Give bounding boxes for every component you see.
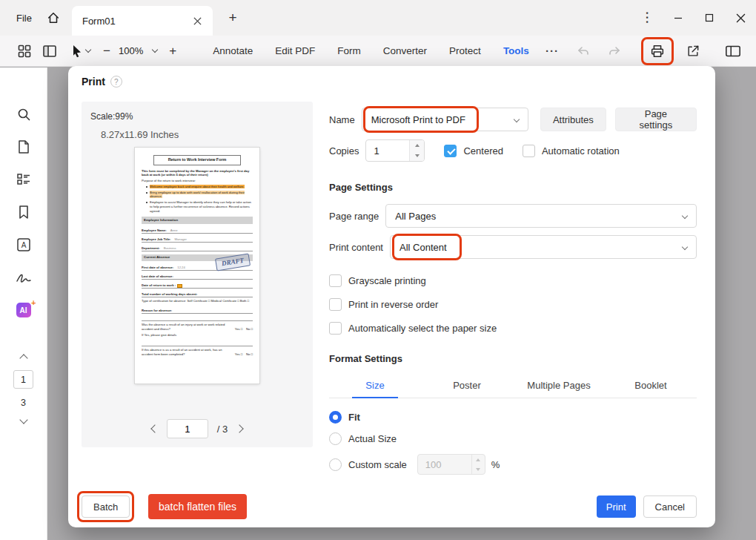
zoom-in-button[interactable]: + [164,44,182,59]
more-options-button[interactable]: ··· [631,5,663,30]
new-tab-button[interactable]: + [223,10,242,26]
tab-poster[interactable]: Poster [421,373,513,398]
reading-mode-button[interactable] [722,40,744,62]
tab-multiple-pages[interactable]: Multiple Pages [513,373,605,398]
doc-section-employee-info: Employee Information [142,217,253,223]
custom-scale-row: Custom scale % [329,454,697,475]
actual-size-label: Actual Size [348,433,397,444]
actual-size-radio[interactable] [329,432,342,445]
print-content-select[interactable]: All Content [390,235,697,259]
document-tab[interactable]: Form01 [72,6,213,36]
next-page-icon[interactable] [236,424,244,432]
zoom-out-button[interactable]: − [98,44,116,59]
page-up-icon[interactable] [19,354,27,362]
auto-paper-label: Automatically select the paper size [348,323,497,334]
spin-up-icon[interactable] [410,140,424,151]
minimize-button[interactable] [663,5,694,30]
printer-name-label: Name [329,114,355,125]
current-page-indicator[interactable]: 1 [13,370,33,389]
attributes-button[interactable]: Attributes [540,108,606,131]
tab-size[interactable]: Size [329,373,421,398]
print-content-value: All Content [399,242,447,253]
doc-question-3-options: Yes □ No □ [235,352,253,357]
close-tab-icon[interactable] [190,13,205,28]
centered-checkbox[interactable] [444,145,457,157]
sidebar-item-thumbnails[interactable] [11,167,36,192]
zoom-level[interactable]: 100% [119,45,143,56]
reverse-order-label: Print in reverse order [348,299,438,310]
preview-page-input[interactable] [167,419,208,438]
auto-paper-checkbox[interactable] [329,322,342,335]
spin-down-icon[interactable] [410,151,424,161]
toolbar-right-group: ··· [540,40,756,62]
doc-blank-line [142,315,253,321]
menu-edit-pdf[interactable]: Edit PDF [275,45,315,56]
ai-icon: AI+ [16,303,31,317]
sidebar-item-search[interactable] [11,102,36,127]
help-icon[interactable]: ? [110,76,122,88]
previous-page-icon[interactable] [150,424,159,432]
file-menu[interactable]: File [0,13,42,24]
undo-button[interactable] [572,40,594,62]
menu-protect[interactable]: Protect [449,45,481,56]
toggle-panel-button[interactable] [39,40,61,62]
maximize-button[interactable] [694,5,725,30]
sidebar-item-bookmarks[interactable] [11,200,36,225]
select-tool-button[interactable] [64,40,96,62]
bookmark-icon [18,205,30,220]
menu-form[interactable]: Form [337,45,361,56]
page-down-icon[interactable] [19,415,27,424]
doc-field-label: Employee Job Title: [142,237,170,242]
batch-flatten-wrap: batch flatten files [148,494,247,519]
close-window-button[interactable] [725,5,756,30]
batch-flatten-files-button[interactable]: batch flatten files [148,494,247,519]
zoom-dropdown-button[interactable] [147,40,162,62]
page-range-select[interactable]: All Pages [385,204,697,228]
doc-field-label: Total number of working days absent: [142,292,197,297]
printer-name-select[interactable]: Microsoft Print to PDF [362,108,528,131]
copies-input[interactable] [366,140,409,161]
custom-scale-input[interactable] [418,455,471,474]
view-modes-button[interactable] [13,40,36,62]
redo-button[interactable] [603,40,626,62]
sidebar-item-pages[interactable] [11,134,36,159]
page-settings-heading: Page Settings [329,182,697,193]
dialog-title: Print [82,76,105,88]
batch-button[interactable]: Batch [82,495,130,518]
menu-tools[interactable]: Tools [503,45,529,56]
tab-booklet[interactable]: Booklet [605,373,697,398]
doc-question-2: If Yes, please give details [142,333,253,340]
format-settings-heading: Format Settings [329,353,697,364]
main-area: A AI+ 1 3 Print ? Scale:99% 8.27x11.69 I… [0,68,756,540]
export-button[interactable] [682,40,704,62]
cancel-button[interactable]: Cancel [643,495,697,518]
reverse-order-checkbox[interactable] [329,298,342,311]
printer-name-row: Name Microsoft Print to PDF Attributes P… [329,108,697,131]
automatic-rotation-checkbox[interactable] [523,145,535,157]
copies-stepper[interactable] [365,139,425,162]
doc-question-1-options: Yes □ No □ [235,327,253,332]
print-button-toolbar[interactable] [646,40,669,62]
print-button[interactable]: Print [597,495,636,518]
fit-row: Fit [329,411,697,424]
doc-intro: This form must be completed by the Manag… [142,169,253,178]
sidebar-item-annotations[interactable]: A [11,232,36,257]
home-button[interactable] [42,7,64,29]
grayscale-checkbox[interactable] [329,274,342,287]
custom-scale-input-box [417,454,485,475]
more-tools-button[interactable]: ··· [541,40,563,62]
undo-icon [576,44,591,59]
doc-bullets: Welcome employee back and enquire about … [146,185,253,213]
fit-radio[interactable] [329,411,342,424]
menu-converter[interactable]: Converter [383,45,427,56]
share-export-icon [686,44,700,59]
printer-icon [649,43,666,59]
custom-scale-radio[interactable] [329,458,342,471]
sidebar-item-ai-assistant[interactable]: AI+ [11,297,36,323]
page-settings-button[interactable]: Page settings [615,108,697,131]
menu-annotate[interactable]: Annotate [213,45,253,56]
redo-icon [607,44,622,59]
sidebar-item-signature[interactable] [11,265,36,290]
dimmed-document-area: Print ? Scale:99% 8.27x11.69 Inches Retu… [47,68,756,540]
page-icon [17,139,30,154]
